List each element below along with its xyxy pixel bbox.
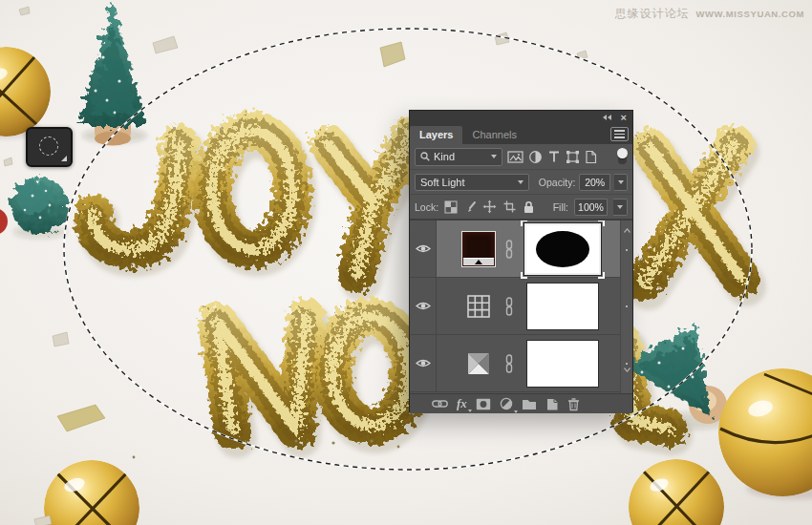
filter-toggle-switch[interactable] bbox=[618, 150, 627, 164]
watermark-url: WWW.MISSYUAN.COM bbox=[695, 9, 804, 19]
caret-down-icon bbox=[468, 410, 472, 412]
layers-bottom-bar: fx bbox=[410, 393, 632, 413]
eye-icon bbox=[416, 358, 431, 368]
pattern-fill-icon[interactable] bbox=[467, 295, 490, 318]
lock-paint-icon[interactable] bbox=[463, 200, 477, 214]
opacity-value-field[interactable]: 20% bbox=[579, 174, 610, 191]
tool-flyout-corner bbox=[61, 156, 67, 161]
pixel-layers-filter-icon[interactable] bbox=[507, 150, 524, 164]
elliptical-marquee-icon bbox=[39, 136, 58, 156]
mask-black-ellipse bbox=[536, 231, 589, 267]
lock-all-icon[interactable] bbox=[523, 200, 535, 214]
add-layer-mask-icon[interactable] bbox=[476, 398, 491, 410]
layers-panel: × Layers Channels Kind Soft Light Opacit… bbox=[409, 110, 633, 412]
opacity-dropdown-button[interactable] bbox=[614, 174, 628, 191]
filter-kind-label: Kind bbox=[434, 151, 455, 162]
mask-link-icon[interactable] bbox=[504, 297, 514, 316]
filter-kind-dropdown[interactable]: Kind bbox=[415, 148, 502, 166]
panel-menu-icon[interactable] bbox=[610, 127, 629, 141]
chevron-down-icon bbox=[617, 205, 623, 209]
lock-transparency-icon[interactable] bbox=[444, 200, 458, 214]
chevron-down-icon bbox=[618, 180, 624, 184]
layer-styles-fx-icon[interactable]: fx bbox=[457, 398, 467, 410]
new-layer-icon[interactable] bbox=[545, 397, 559, 411]
collapse-to-icons-icon[interactable] bbox=[603, 115, 611, 120]
type-layers-filter-icon[interactable] bbox=[547, 150, 561, 163]
scroll-down-icon[interactable] bbox=[624, 368, 630, 372]
chevron-down-icon bbox=[491, 155, 497, 158]
opacity-label: Opacity: bbox=[539, 177, 576, 188]
shape-layers-filter-icon[interactable] bbox=[566, 150, 580, 164]
caret-down-icon bbox=[514, 410, 518, 413]
scroll-up-icon[interactable] bbox=[624, 228, 630, 233]
photo-canvas[interactable] bbox=[0, 0, 812, 525]
chevron-down-icon bbox=[518, 180, 524, 184]
panel-header: × bbox=[410, 111, 632, 124]
mask-link-icon[interactable] bbox=[504, 240, 514, 259]
layers-list bbox=[410, 220, 632, 393]
blend-row: Soft Light Opacity: 20% bbox=[410, 170, 632, 195]
watermark-site: 思缘设计论坛 bbox=[614, 6, 689, 22]
layer-row-pattern-fill[interactable] bbox=[410, 278, 632, 335]
fill-value-field[interactable]: 100% bbox=[574, 199, 608, 216]
blend-mode-dropdown[interactable]: Soft Light bbox=[415, 174, 529, 191]
fx-label: fx bbox=[457, 398, 467, 410]
link-layers-icon[interactable] bbox=[432, 399, 448, 409]
delete-layer-icon[interactable] bbox=[567, 397, 580, 411]
search-icon bbox=[420, 152, 430, 161]
pompom-left bbox=[11, 178, 69, 235]
fill-dropdown-button[interactable] bbox=[613, 199, 628, 216]
lock-artboard-icon[interactable] bbox=[502, 200, 517, 214]
gradient-fill-icon[interactable] bbox=[467, 352, 490, 375]
elliptical-marquee-tool-button[interactable] bbox=[26, 127, 73, 167]
eye-icon bbox=[416, 301, 431, 311]
layer-row-gradient-map[interactable] bbox=[410, 220, 632, 278]
visibility-toggle[interactable] bbox=[410, 278, 437, 334]
lock-row: Lock: Fill: 100% bbox=[410, 195, 632, 220]
layers-scrollbar[interactable] bbox=[620, 220, 632, 393]
visibility-toggle[interactable] bbox=[410, 220, 437, 277]
new-adjustment-layer-icon[interactable] bbox=[500, 397, 513, 410]
layer-mask-thumbnail-selected[interactable] bbox=[524, 223, 601, 275]
mask-link-icon[interactable] bbox=[504, 354, 514, 373]
visibility-toggle[interactable] bbox=[410, 335, 437, 391]
close-icon[interactable]: × bbox=[621, 113, 627, 122]
layer-mask-thumbnail[interactable] bbox=[526, 283, 599, 330]
gradient-map-thumbnail[interactable] bbox=[461, 231, 496, 267]
tab-layers[interactable]: Layers bbox=[410, 126, 462, 144]
blend-mode-value: Soft Light bbox=[420, 177, 464, 188]
layer-row-gradient-fill[interactable] bbox=[410, 335, 632, 392]
opacity-value: 20% bbox=[585, 177, 605, 188]
layer-mask-thumbnail[interactable] bbox=[526, 340, 599, 388]
tab-channels[interactable]: Channels bbox=[462, 126, 525, 144]
watermark: 思缘设计论坛 WWW.MISSYUAN.COM bbox=[614, 6, 804, 22]
eye-icon bbox=[416, 243, 431, 254]
filter-type-icons bbox=[507, 150, 597, 164]
adjustment-layers-filter-icon[interactable] bbox=[528, 150, 543, 164]
panel-tabs: Layers Channels bbox=[410, 124, 632, 144]
filter-row: Kind bbox=[410, 144, 632, 170]
smart-objects-filter-icon[interactable] bbox=[585, 150, 597, 164]
lock-label: Lock: bbox=[415, 201, 438, 213]
new-group-icon[interactable] bbox=[522, 398, 537, 410]
fill-value: 100% bbox=[578, 201, 604, 213]
fill-label: Fill: bbox=[553, 201, 568, 213]
lock-position-icon[interactable] bbox=[482, 200, 497, 214]
